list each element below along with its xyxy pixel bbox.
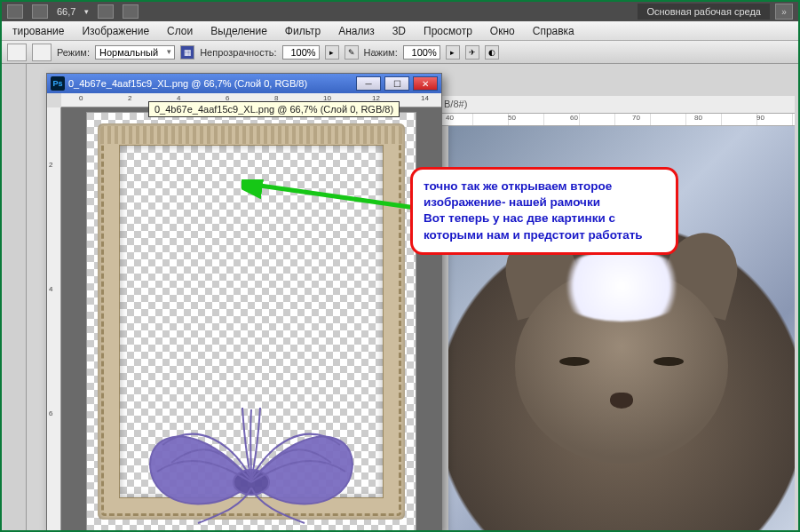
- mode-label: Режим:: [57, 47, 90, 58]
- opacity-label: Непрозрачность:: [200, 47, 276, 58]
- zoom-level: 66,7: [57, 6, 75, 17]
- chevrons-icon[interactable]: »: [775, 4, 793, 20]
- menu-bar: тирование Изображение Слои Выделение Фил…: [2, 21, 798, 41]
- document-titlebar[interactable]: Ps 0_4b67e_4aaf15c9_XL.png @ 66,7% (Слой…: [47, 74, 441, 93]
- instruction-callout: точно так же открываем второе изображени…: [410, 167, 678, 255]
- arrange-icon[interactable]: [123, 4, 139, 19]
- cardboard-frame: [98, 123, 405, 520]
- flow-chevron-icon[interactable]: ▸: [446, 45, 460, 60]
- hand-tool-icon[interactable]: [98, 4, 114, 19]
- airbrush-icon[interactable]: ✈: [465, 45, 479, 60]
- tablet-pressure-icon[interactable]: ◐: [485, 45, 499, 60]
- filename-tooltip: 0_4b67e_4aaf15c9_XL.png @ 66,7% (Слой 0,…: [148, 101, 400, 117]
- menu-window[interactable]: Окно: [481, 22, 524, 40]
- menu-3d[interactable]: 3D: [384, 22, 415, 40]
- menu-analysis[interactable]: Анализ: [329, 22, 384, 40]
- flow-label: Нажим:: [364, 47, 398, 58]
- mb-icon[interactable]: [7, 4, 23, 19]
- maximize-button[interactable]: ☐: [384, 76, 409, 91]
- ps-icon: Ps: [51, 76, 65, 91]
- menu-help[interactable]: Справка: [524, 22, 583, 40]
- menu-select[interactable]: Выделение: [202, 22, 276, 40]
- opacity-chevron-icon[interactable]: ▸: [325, 45, 339, 60]
- menu-filter[interactable]: Фильтр: [276, 22, 329, 40]
- menu-layers[interactable]: Слои: [158, 22, 202, 40]
- doc2-tab[interactable]: B/8#): [437, 96, 795, 114]
- callout-line2: Вот теперь у нас две картинки с которыми…: [424, 211, 643, 241]
- document-window: Ps 0_4b67e_4aaf15c9_XL.png @ 66,7% (Слой…: [46, 73, 442, 532]
- vertical-ruler: 2 4 6: [47, 107, 61, 532]
- document-title: 0_4b67e_4aaf15c9_XL.png @ 66,7% (Слой 0,…: [68, 78, 307, 89]
- close-button[interactable]: ✕: [413, 76, 438, 91]
- menu-view[interactable]: Просмотр: [415, 22, 481, 40]
- opacity-input[interactable]: 100%: [282, 45, 320, 60]
- doc2-ruler: 40 50 60 70 80 90: [437, 114, 795, 126]
- flow-input[interactable]: 100%: [403, 45, 440, 60]
- menu-image[interactable]: Изображение: [73, 22, 158, 40]
- callout-line1: точно так же открываем второе изображени…: [424, 179, 612, 209]
- opacity-pressure-icon[interactable]: ✎: [345, 45, 359, 60]
- dropdown-icon[interactable]: ▾: [84, 7, 89, 16]
- canvas-area[interactable]: [61, 107, 441, 532]
- left-tool-strip[interactable]: [4, 64, 27, 530]
- brush-preset-icon[interactable]: [32, 44, 51, 61]
- app-topbar: 66,7 ▾ Основная рабочая среда »: [2, 2, 798, 21]
- blend-mode-select[interactable]: Нормальный: [95, 45, 175, 60]
- menu-edit[interactable]: тирование: [4, 22, 73, 40]
- frame-window: [119, 145, 384, 498]
- options-bar: Режим: Нормальный ▦ Непрозрачность: 100%…: [2, 41, 798, 64]
- brush-tool-icon[interactable]: [7, 44, 27, 61]
- minimize-button[interactable]: ─: [356, 76, 381, 91]
- frame-canvas[interactable]: [87, 113, 416, 530]
- screen-mode-icon[interactable]: [32, 4, 48, 19]
- workspace-switcher[interactable]: Основная рабочая среда: [638, 4, 770, 20]
- mode-toggle-icon[interactable]: ▦: [180, 45, 194, 60]
